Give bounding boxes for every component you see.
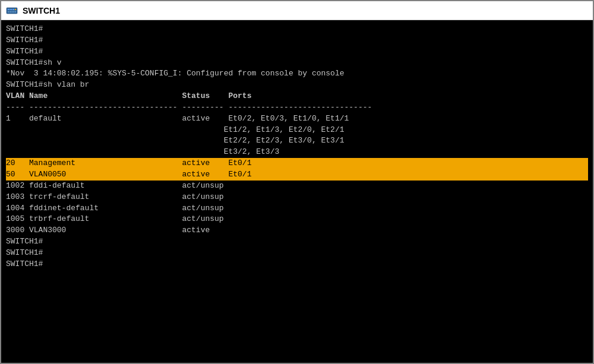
terminal-line: VLAN Name Status Ports: [6, 91, 588, 102]
terminal-line: Et1/2, Et1/3, Et2/0, Et2/1: [6, 125, 588, 136]
terminal-line: 1002 fddi-default act/unsup: [6, 181, 588, 192]
terminal-line: SWITCH1#sh v: [6, 58, 588, 69]
terminal-line: 1003 trcrf-default act/unsup: [6, 192, 588, 203]
terminal-line: 1004 fddinet-default act/unsup: [6, 203, 588, 214]
terminal-output[interactable]: SWITCH1#SWITCH1#SWITCH1#SWITCH1#sh v*Nov…: [1, 20, 593, 363]
terminal-line: SWITCH1#sh vlan br: [6, 80, 588, 91]
terminal-line: SWITCH1#: [6, 24, 588, 35]
terminal-line: SWITCH1#: [6, 248, 588, 259]
svg-rect-1: [8, 9, 9, 10]
svg-rect-3: [11, 9, 12, 10]
terminal-line: Et2/2, Et2/3, Et3/0, Et3/1: [6, 135, 588, 147]
terminal-line: 20 Management active Et0/1: [6, 158, 588, 169]
terminal-line: SWITCH1#: [6, 35, 588, 46]
terminal-line: SWITCH1#: [6, 236, 588, 248]
svg-rect-4: [13, 9, 14, 10]
svg-rect-5: [15, 9, 16, 10]
terminal-line: 50 VLAN0050 active Et0/1: [6, 169, 588, 181]
terminal-line: 1 default active Et0/2, Et0/3, Et1/0, Et…: [6, 113, 588, 125]
main-window: SWITCH1 SWITCH1#SWITCH1#SWITCH1#SWITCH1#…: [0, 0, 594, 364]
terminal-line: Et3/2, Et3/3: [6, 147, 588, 158]
switch-icon: [6, 5, 18, 17]
terminal-line: SWITCH1#: [6, 46, 588, 58]
svg-rect-2: [10, 9, 11, 10]
window-title: SWITCH1: [23, 6, 60, 15]
terminal-line: SWITCH1#: [6, 259, 588, 270]
svg-rect-0: [7, 8, 17, 14]
terminal-line: 3000 VLAN3000 active: [6, 225, 588, 236]
terminal-line: *Nov 3 14:08:02.195: %SYS-5-CONFIG_I: Co…: [6, 68, 588, 80]
terminal-line: ---- -------------------------------- --…: [6, 102, 588, 113]
terminal-line: 1005 trbrf-default act/unsup: [6, 214, 588, 225]
title-bar: SWITCH1: [1, 1, 593, 20]
